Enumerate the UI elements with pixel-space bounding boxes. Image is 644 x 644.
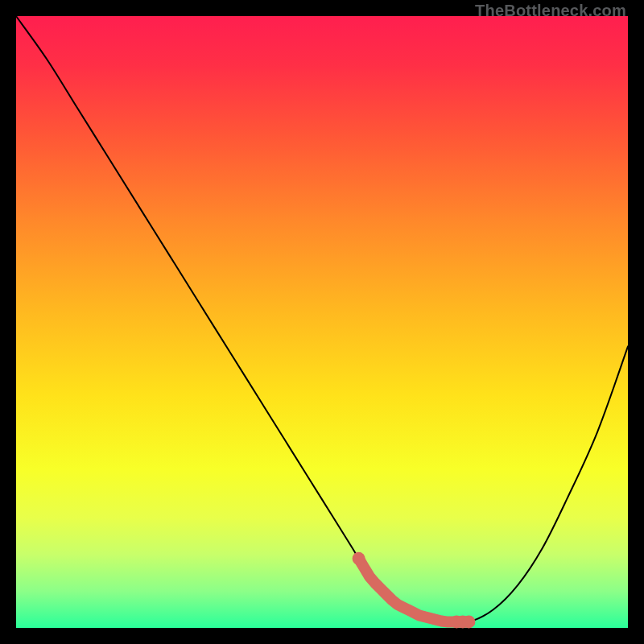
chart-svg (16, 16, 628, 628)
chart-plot-area (16, 16, 628, 628)
highlight-dot (353, 552, 365, 565)
optimal-range-highlight (359, 559, 469, 622)
bottleneck-curve (16, 16, 628, 623)
highlight-dot (462, 615, 475, 628)
watermark-text: TheBottleneck.com (475, 2, 626, 20)
